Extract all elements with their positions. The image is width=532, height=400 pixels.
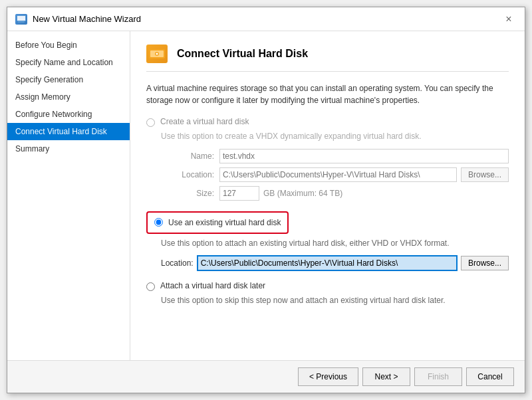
attach-later-section: Attach a virtual hard disk later Use thi… bbox=[146, 281, 509, 313]
size-row: GB (Maximum: 64 TB) bbox=[219, 186, 509, 201]
attach-later-label[interactable]: Attach a virtual hard disk later bbox=[160, 281, 265, 290]
page-header-icon bbox=[146, 45, 168, 63]
wizard-icon bbox=[15, 14, 27, 25]
sidebar-item-before-you-begin[interactable]: Before You Begin bbox=[7, 37, 130, 54]
use-existing-label[interactable]: Use an existing virtual hard disk bbox=[168, 218, 281, 227]
sidebar-item-specify-generation[interactable]: Specify Generation bbox=[7, 71, 130, 88]
sidebar: Before You Begin Specify Name and Locati… bbox=[7, 31, 130, 360]
create-vhd-form: Name: Location: Browse... Size: GB (Maxi… bbox=[161, 149, 509, 201]
create-vhd-description: Use this option to create a VHDX dynamic… bbox=[161, 131, 509, 142]
title-bar: New Virtual Machine Wizard × bbox=[7, 7, 525, 31]
page-description: A virtual machine requires storage so th… bbox=[146, 82, 509, 106]
wizard-window: New Virtual Machine Wizard × Before You … bbox=[7, 7, 525, 393]
location-row-create: Browse... bbox=[219, 167, 509, 182]
browse-button-existing[interactable]: Browse... bbox=[461, 256, 509, 270]
svg-rect-2 bbox=[18, 21, 25, 23]
page-title: Connect Virtual Hard Disk bbox=[177, 48, 308, 60]
name-input[interactable] bbox=[219, 149, 509, 163]
sidebar-item-configure-networking[interactable]: Configure Networking bbox=[7, 106, 130, 123]
location-label-create: Location: bbox=[161, 170, 214, 179]
title-bar-left: New Virtual Machine Wizard bbox=[15, 14, 141, 25]
size-label: Size: bbox=[161, 189, 214, 198]
close-button[interactable]: × bbox=[501, 11, 517, 27]
browse-button-create[interactable]: Browse... bbox=[461, 167, 509, 182]
size-input[interactable] bbox=[219, 186, 259, 201]
main-content: Connect Virtual Hard Disk A virtual mach… bbox=[130, 31, 525, 360]
sidebar-item-connect-vhd[interactable]: Connect Virtual Hard Disk bbox=[7, 123, 130, 140]
use-existing-section: Use an existing virtual hard disk Use th… bbox=[146, 211, 509, 278]
create-vhd-radio-row: Create a virtual hard disk bbox=[146, 117, 509, 127]
page-header: Connect Virtual Hard Disk bbox=[146, 45, 509, 72]
create-vhd-radio[interactable] bbox=[146, 118, 155, 127]
use-existing-selected-box: Use an existing virtual hard disk bbox=[146, 211, 289, 234]
content-area: Before You Begin Specify Name and Locati… bbox=[7, 31, 525, 360]
sidebar-item-summary[interactable]: Summary bbox=[7, 140, 130, 157]
create-vhd-section: Create a virtual hard disk Use this opti… bbox=[146, 117, 509, 209]
use-existing-description: Use this option to attach an existing vi… bbox=[161, 238, 509, 249]
previous-button[interactable]: < Previous bbox=[298, 367, 358, 386]
svg-rect-1 bbox=[17, 16, 25, 21]
name-label: Name: bbox=[161, 151, 214, 161]
window-title: New Virtual Machine Wizard bbox=[33, 14, 141, 24]
create-vhd-label[interactable]: Create a virtual hard disk bbox=[160, 117, 249, 126]
cancel-button[interactable]: Cancel bbox=[466, 367, 514, 386]
sidebar-item-assign-memory[interactable]: Assign Memory bbox=[7, 88, 130, 106]
finish-button[interactable]: Finish bbox=[414, 367, 462, 386]
size-unit: GB (Maximum: 64 TB) bbox=[263, 189, 342, 198]
use-existing-location-row: Location: Browse... bbox=[161, 256, 509, 270]
next-button[interactable]: Next > bbox=[362, 367, 410, 386]
sidebar-item-specify-name[interactable]: Specify Name and Location bbox=[7, 54, 130, 71]
use-existing-radio[interactable] bbox=[154, 218, 163, 227]
attach-later-description: Use this option to skip this step now an… bbox=[161, 295, 509, 306]
location-input-create[interactable] bbox=[219, 167, 457, 182]
footer: < Previous Next > Finish Cancel bbox=[7, 360, 525, 393]
attach-later-radio-row: Attach a virtual hard disk later bbox=[146, 281, 509, 291]
location-input-existing[interactable] bbox=[198, 256, 457, 270]
attach-later-radio[interactable] bbox=[146, 282, 155, 291]
svg-point-6 bbox=[156, 53, 158, 55]
location-label-existing: Location: bbox=[161, 258, 194, 268]
